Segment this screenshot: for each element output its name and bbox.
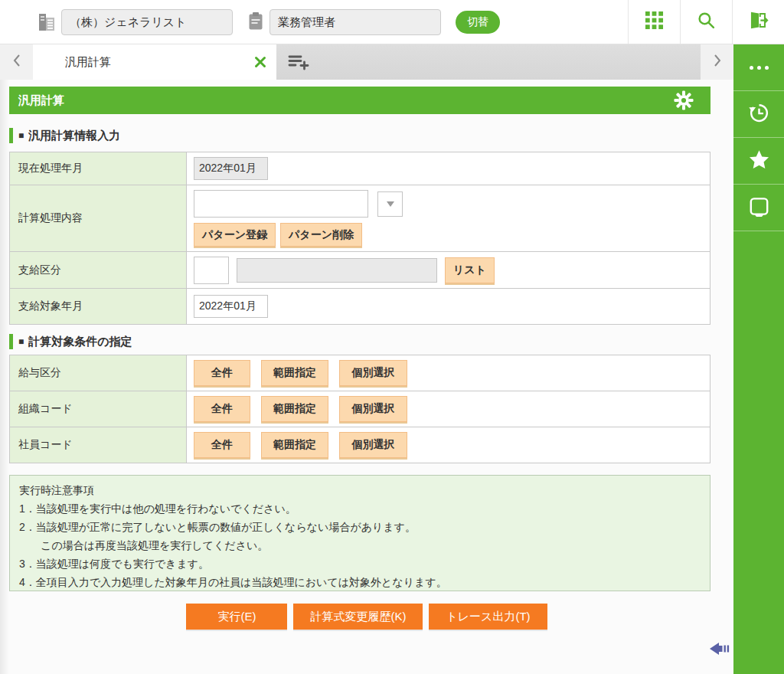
close-icon[interactable] (254, 56, 266, 68)
employee-code-label: 社員コード (10, 427, 187, 463)
current-month-label: 現在処理年月 (10, 152, 187, 185)
org-code-label: 組織コード (10, 391, 187, 427)
topbar-icon-group (628, 0, 784, 44)
section-marker: ■ (18, 336, 24, 347)
table-row: 支給対象年月 (10, 289, 710, 324)
section-marker: ■ (18, 130, 24, 141)
target-month-field[interactable] (194, 295, 268, 318)
all-button[interactable]: 全件 (194, 432, 250, 458)
payment-class-value-cell: リスト (187, 252, 710, 288)
all-button[interactable]: 全件 (194, 360, 250, 386)
note-line: この場合は再度当該処理を実行してください。 (19, 536, 701, 555)
table-row: 組織コード 全件 範囲指定 個別選択 (10, 391, 710, 427)
sidebar-more-button[interactable] (733, 44, 784, 91)
apps-menu-button[interactable] (628, 0, 680, 44)
calc-info-table: 現在処理年月 計算処理内容 パターン登録 パターン削除 支 (9, 152, 710, 325)
star-icon (748, 149, 770, 174)
individual-button[interactable]: 個別選択 (339, 360, 407, 386)
note-icon (749, 196, 769, 220)
table-row: 現在処理年月 (10, 152, 710, 185)
note-line: 4．全項目入力で入力処理した対象年月の社員は当該処理においては対象外となります。 (19, 573, 701, 591)
payment-class-name-field (237, 258, 437, 283)
sidebar-history-button[interactable] (733, 91, 784, 138)
salary-class-buttons: 全件 範囲指定 個別選択 (187, 355, 710, 391)
building-icon (38, 12, 55, 35)
user-role-input[interactable] (270, 9, 441, 35)
all-button[interactable]: 全件 (194, 396, 250, 422)
chevron-down-icon (387, 201, 394, 207)
section-title: 汎用計算情報入力 (28, 129, 120, 143)
gear-icon[interactable] (674, 90, 694, 110)
chevron-right-icon (713, 54, 722, 70)
payment-class-label: 支給区分 (10, 252, 187, 288)
add-tab-icon[interactable] (283, 51, 314, 74)
formula-history-button[interactable]: 計算式変更履歴(K) (293, 604, 423, 630)
section-header-input: ■ 汎用計算情報入力 (9, 127, 120, 144)
calc-content-label: 計算処理内容 (10, 185, 187, 251)
current-month-field (194, 157, 268, 180)
history-icon (747, 101, 771, 128)
ellipsis-icon (750, 66, 769, 70)
section-accent-bar (9, 128, 13, 143)
grid-icon (645, 11, 664, 33)
search-icon (697, 11, 716, 33)
note-line: 2．当該処理が正常に完了しないと帳票の数値が正しくならない場合があります。 (19, 518, 701, 536)
sidebar-notes-button[interactable] (733, 185, 784, 231)
table-row: 計算処理内容 パターン登録 パターン削除 (10, 185, 710, 252)
range-button[interactable]: 範囲指定 (261, 432, 328, 458)
logout-button[interactable] (732, 0, 784, 44)
execute-button[interactable]: 実行(E) (186, 604, 287, 630)
section-accent-bar (9, 334, 13, 349)
calc-content-value-cell: パターン登録 パターン削除 (187, 185, 710, 251)
execution-notes-box: 実行時注意事項 1．当該処理を実行中は他の処理を行わないでください。 2．当該処… (9, 475, 710, 591)
employee-code-buttons: 全件 範囲指定 個別選択 (187, 427, 710, 463)
tab-scroll-right-button[interactable] (701, 44, 733, 80)
clipboard-icon (248, 11, 263, 34)
individual-button[interactable]: 個別選択 (339, 432, 407, 458)
table-row: 支給区分 リスト (10, 252, 710, 289)
note-line: 1．当該処理を実行中は他の処理を行わないでください。 (19, 499, 701, 518)
collapse-left-icon[interactable] (709, 640, 733, 657)
switch-button[interactable]: 切替 (456, 11, 500, 34)
right-sidebar (733, 44, 784, 674)
table-row: 給与区分 全件 範囲指定 個別選択 (10, 355, 710, 391)
tab-bar: 汎用計算 (0, 44, 733, 80)
action-button-row: 実行(E) 計算式変更履歴(K) トレース出力(T) (0, 604, 733, 630)
range-button[interactable]: 範囲指定 (261, 360, 328, 386)
target-conditions-table: 給与区分 全件 範囲指定 個別選択 組織コード 全件 範囲指定 個別選択 社員コ… (9, 355, 710, 463)
tab-strip-empty (276, 44, 701, 80)
pattern-register-button[interactable]: パターン登録 (194, 223, 276, 247)
notes-title: 実行時注意事項 (19, 481, 701, 499)
current-month-value-cell (187, 152, 710, 185)
target-month-value-cell (187, 289, 710, 324)
section-title: 計算対象条件の指定 (28, 335, 132, 349)
payment-class-code-field[interactable] (194, 257, 229, 284)
list-button[interactable]: リスト (445, 257, 495, 283)
trace-output-button[interactable]: トレース出力(T) (429, 604, 547, 630)
salary-class-label: 給与区分 (10, 355, 187, 391)
page-title-bar: 汎用計算 (9, 87, 710, 114)
tab-label: 汎用計算 (65, 55, 111, 70)
pattern-delete-button[interactable]: パターン削除 (280, 223, 362, 247)
tab-scroll-left-button[interactable] (0, 44, 33, 80)
top-bar: 切替 (0, 0, 784, 44)
target-month-label: 支給対象年月 (10, 289, 187, 324)
section-header-conditions: ■ 計算対象条件の指定 (9, 333, 132, 350)
individual-button[interactable]: 個別選択 (339, 396, 407, 422)
range-button[interactable]: 範囲指定 (261, 396, 328, 422)
org-code-buttons: 全件 範囲指定 個別選択 (187, 391, 710, 427)
company-input[interactable] (61, 9, 233, 35)
pattern-dropdown-button[interactable] (377, 191, 403, 217)
page-title: 汎用計算 (18, 93, 64, 108)
calc-content-field[interactable] (194, 190, 368, 218)
chevron-left-icon (12, 54, 21, 70)
main-content: 汎用計算 ■ 汎用計算情報入力 (0, 80, 733, 674)
tab-active[interactable]: 汎用計算 (33, 44, 276, 80)
sidebar-favorites-button[interactable] (733, 138, 784, 185)
table-row: 社員コード 全件 範囲指定 個別選択 (10, 427, 710, 463)
logout-icon (748, 10, 769, 34)
search-button[interactable] (680, 0, 732, 44)
note-line: 3．当該処理は何度でも実行できます。 (19, 555, 701, 573)
